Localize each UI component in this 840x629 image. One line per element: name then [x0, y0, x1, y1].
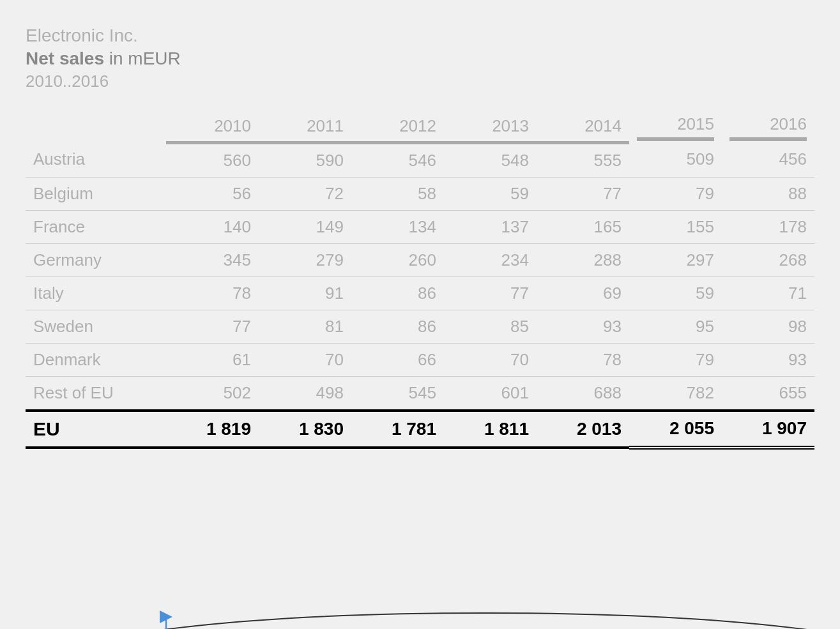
eu-value: 1 907	[722, 411, 814, 448]
subtitle-rest: in mEUR	[104, 49, 181, 68]
col-header-2014: 2014	[537, 110, 629, 142]
data-cell: 140	[166, 210, 259, 243]
data-cell: 545	[351, 376, 444, 411]
col-header-2010: 2010	[166, 110, 259, 142]
row-label: Denmark	[26, 343, 166, 376]
data-cell: 93	[722, 343, 814, 376]
company-name: Electronic Inc.	[26, 26, 814, 46]
data-row: Sweden77818685939598	[26, 310, 814, 343]
data-cell: 134	[351, 210, 444, 243]
data-cell: 79	[629, 177, 722, 210]
data-cell: 69	[537, 277, 629, 310]
data-cell: 70	[259, 343, 351, 376]
data-cell: 59	[444, 177, 537, 210]
data-cell: 91	[259, 277, 351, 310]
data-row: Rest of EU502498545601688782655	[26, 376, 814, 411]
data-cell: 56	[166, 177, 259, 210]
data-cell: 78	[537, 343, 629, 376]
data-cell: 155	[629, 210, 722, 243]
data-cell: 61	[166, 343, 259, 376]
data-table: 2010 2011 2012 2013 2014 2015 2016	[26, 110, 814, 450]
data-cell: 77	[166, 310, 259, 343]
data-cell: 70	[444, 343, 537, 376]
col-header-2011: 2011	[259, 110, 351, 142]
data-cell: 88	[722, 177, 814, 210]
data-row: Belgium56725859777988	[26, 177, 814, 210]
data-cell: 59	[629, 277, 722, 310]
eu-label: EU	[26, 411, 166, 448]
data-cell: 81	[259, 310, 351, 343]
data-cell: 297	[629, 243, 722, 277]
row-label: Rest of EU	[26, 376, 166, 411]
row-label: Austria	[26, 142, 166, 177]
year-range: 2010..2016	[26, 72, 814, 91]
eu-total-row: EU1 8191 8301 7811 8112 0132 0551 907	[26, 411, 814, 448]
data-cell: 590	[259, 142, 351, 177]
data-cell: 260	[351, 243, 444, 277]
eu-value: 1 830	[259, 411, 351, 448]
data-cell: 77	[444, 277, 537, 310]
data-cell: 178	[722, 210, 814, 243]
data-cell: 498	[259, 376, 351, 411]
data-cell: 149	[259, 210, 351, 243]
data-cell: 601	[444, 376, 537, 411]
data-cell: 58	[351, 177, 444, 210]
data-cell: 137	[444, 210, 537, 243]
data-cell: 502	[166, 376, 259, 411]
subtitle-bold: Net sales	[26, 49, 104, 68]
eu-value: 1 781	[351, 411, 444, 448]
data-cell: 268	[722, 243, 814, 277]
data-row: Denmark61706670787993	[26, 343, 814, 376]
data-cell: 345	[166, 243, 259, 277]
data-cell: 288	[537, 243, 629, 277]
data-cell: 85	[444, 310, 537, 343]
data-cell: 560	[166, 142, 259, 177]
data-cell: 234	[444, 243, 537, 277]
col-header-2013: 2013	[444, 110, 537, 142]
data-cell: 555	[537, 142, 629, 177]
data-row: Austria560590546548555509456	[26, 142, 814, 177]
data-row: Germany345279260234288297268	[26, 243, 814, 277]
row-label: Sweden	[26, 310, 166, 343]
data-cell: 688	[537, 376, 629, 411]
header-row: 2010 2011 2012 2013 2014 2015 2016	[26, 110, 814, 142]
data-cell: 78	[166, 277, 259, 310]
eu-value: 2 055	[629, 411, 722, 448]
col-header-2015: 2015	[629, 110, 722, 142]
data-cell: 79	[629, 343, 722, 376]
eu-value: 1 811	[444, 411, 537, 448]
data-row: France140149134137165155178	[26, 210, 814, 243]
data-cell: 95	[629, 310, 722, 343]
row-label: Italy	[26, 277, 166, 310]
row-label: Germany	[26, 243, 166, 277]
data-cell: 279	[259, 243, 351, 277]
data-cell: 548	[444, 142, 537, 177]
data-cell: 456	[722, 142, 814, 177]
eu-value: 1 819	[166, 411, 259, 448]
subtitle: Net sales in mEUR	[26, 49, 814, 69]
data-cell: 509	[629, 142, 722, 177]
data-row: Italy78918677695971	[26, 277, 814, 310]
data-cell: 66	[351, 343, 444, 376]
data-cell: 86	[351, 277, 444, 310]
data-cell: 72	[259, 177, 351, 210]
main-container: Electronic Inc. Net sales in mEUR 2010..…	[26, 26, 814, 450]
row-label: Belgium	[26, 177, 166, 210]
table-wrapper: 2010 2011 2012 2013 2014 2015 2016	[26, 110, 814, 450]
title-section: Electronic Inc. Net sales in mEUR 2010..…	[26, 26, 814, 91]
data-cell: 77	[537, 177, 629, 210]
data-cell: 93	[537, 310, 629, 343]
data-cell: 782	[629, 376, 722, 411]
col-header-2012: 2012	[351, 110, 444, 142]
eu-value: 2 013	[537, 411, 629, 448]
data-cell: 71	[722, 277, 814, 310]
label-col-header	[26, 110, 166, 142]
row-label: France	[26, 210, 166, 243]
col-header-2016: 2016	[722, 110, 814, 142]
table-body: Austria560590546548555509456Belgium56725…	[26, 142, 814, 448]
data-cell: 546	[351, 142, 444, 177]
data-cell: 655	[722, 376, 814, 411]
data-cell: 165	[537, 210, 629, 243]
data-cell: 98	[722, 310, 814, 343]
data-cell: 86	[351, 310, 444, 343]
